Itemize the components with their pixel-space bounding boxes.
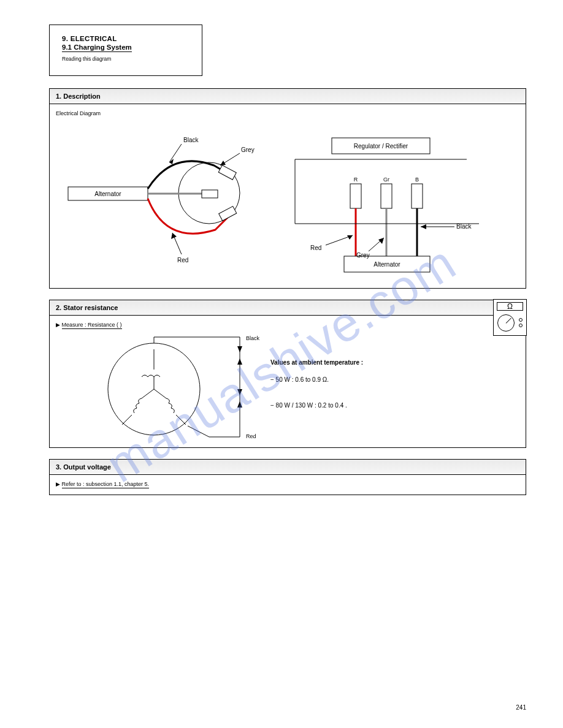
ohm-symbol: Ω [497,302,523,311]
label-black-left: Black [183,137,199,143]
value-80w: − 80 W / 130 W : 0.2 to 0.4 . [270,402,347,409]
svg-line-6 [169,144,182,162]
label-regulator: Regulator / Rectifier [354,143,408,150]
svg-rect-4 [202,190,218,198]
ohmmeter-icon: Ω [493,299,527,336]
svg-marker-22 [347,235,353,240]
svg-marker-39 [237,401,242,408]
label-grey-right: Grey [356,252,370,259]
refer-line: Refer to : subsection 1.1, chapter 5. [62,481,150,488]
wiring-diagram: Alternator Black Grey Red [50,104,522,288]
svg-line-30 [188,426,209,437]
svg-rect-14 [381,184,392,208]
label-alternator-right: Alternator [373,261,400,268]
panel-body-stator: ▶ Measure : Resistance ( ) [50,316,526,447]
page-number: 241 [516,704,526,711]
panel-body-output: ▶ Refer to : subsection 1.1, chapter 5. [50,475,526,495]
value-50w: − 50 W : 0.6 to 0.9 Ω. [270,376,329,383]
lead-red: Red [246,433,256,439]
lead-black: Black [246,335,260,341]
svg-marker-35 [237,358,242,365]
title-note: Reading this diagram [62,56,190,62]
subsection-title: 9.1 Charging System [62,44,132,52]
svg-marker-24 [378,238,384,244]
triangle-icon: ▶ [56,481,60,487]
label-alternator: Alternator [94,191,121,197]
panel-stator-resistance: 2. Stator resistance Ω ▶ Measure : Resis… [49,300,526,448]
svg-marker-9 [220,161,226,165]
panel-output-voltage: 3. Output voltage ▶ Refer to : subsectio… [49,459,526,495]
label-black-right: Black [456,223,472,230]
panel-header-output: 3. Output voltage [50,460,526,475]
panel-description: 1. Description Electrical Diagram Altern… [49,88,526,289]
label-grey-left: Grey [241,146,255,153]
label-red-left: Red [177,257,188,264]
section-number: 9. ELECTRICAL [62,35,190,42]
svg-rect-3 [218,165,236,180]
svg-rect-13 [350,184,361,208]
panel-header-stator: 2. Stator resistance [50,300,526,316]
ambient-label: Values at ambient temperature : [270,359,363,366]
svg-marker-26 [421,224,426,229]
svg-rect-15 [412,184,423,208]
terminal-b: B [415,176,419,183]
svg-marker-36 [237,346,242,352]
label-red-right: Red [310,245,321,251]
title-box: 9. ELECTRICAL 9.1 Charging System Readin… [49,25,202,76]
svg-marker-11 [171,233,177,239]
panel-header-description: 1. Description [50,89,526,104]
svg-marker-38 [237,389,242,395]
stator-diagram: Black Red Values at ambient temperature … [50,316,522,447]
terminal-gr: Gr [383,176,389,183]
terminal-r: R [354,176,358,183]
panel-body-description: Electrical Diagram Alternator Black [50,104,526,288]
